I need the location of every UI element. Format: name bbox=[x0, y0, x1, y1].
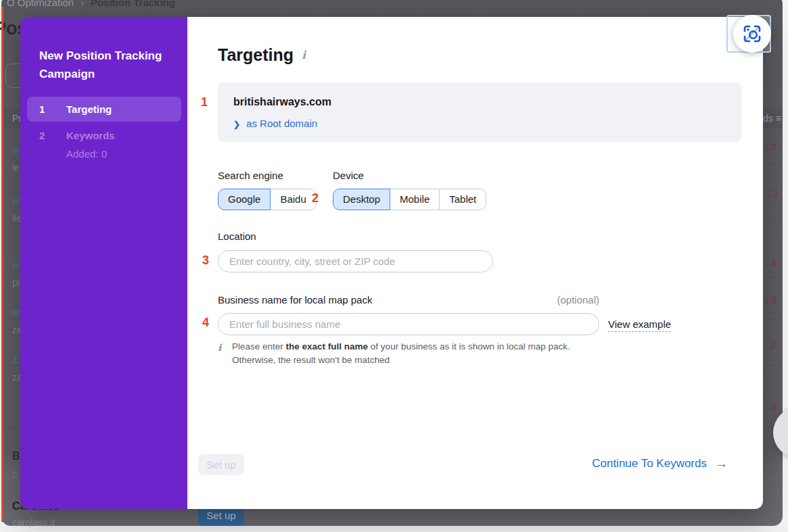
device-toggle: Desktop Mobile Tablet bbox=[333, 189, 486, 210]
business-label-row: Business name for local map pack (option… bbox=[218, 294, 599, 306]
step-targeting[interactable]: 1 Targeting bbox=[27, 97, 181, 122]
rank-change-value: ↓3 bbox=[765, 401, 777, 412]
project-domain: b bbox=[12, 468, 18, 479]
modal-content: Targetingi britishairways.com ❯as Root d… bbox=[187, 17, 763, 509]
new-campaign-modal: New Position Tracking Campaign 1 Targeti… bbox=[20, 17, 763, 509]
row-domain-link: w bbox=[12, 306, 20, 318]
rank-change-value: ↓3 bbox=[765, 294, 777, 306]
screenshot-button[interactable] bbox=[733, 15, 771, 53]
left-accent-line bbox=[1, 7, 3, 522]
row-domain-link: w bbox=[12, 144, 20, 155]
note-text: Please enter the exact full name of your… bbox=[232, 340, 624, 367]
search-engine-baidu[interactable]: Baidu bbox=[270, 189, 316, 210]
device-tablet[interactable]: Tablet bbox=[439, 189, 486, 210]
step-keywords-count: Added: 0 bbox=[66, 148, 107, 160]
modal-title: New Position Tracking Campaign bbox=[39, 47, 175, 83]
breadcrumb-separator-icon: › bbox=[74, 0, 91, 8]
arrow-right-icon: → bbox=[715, 456, 728, 471]
screenshot-capture-icon bbox=[742, 24, 762, 44]
annotation-mark-2: 2 bbox=[312, 191, 319, 205]
breadcrumb-current: Position Tracking bbox=[91, 0, 175, 8]
step-label: Keywords bbox=[66, 130, 115, 141]
breadcrumb-parent: O Optimization bbox=[7, 0, 74, 8]
optional-hint: (optional) bbox=[557, 294, 599, 306]
column-header-right: ds ≡ bbox=[763, 113, 781, 124]
row-subtext: pi bbox=[12, 277, 20, 288]
location-input[interactable] bbox=[218, 250, 493, 272]
targeting-heading: Targetingi bbox=[218, 45, 306, 65]
root-domain-link[interactable]: ❯as Root domain bbox=[233, 118, 317, 129]
screen: O Optimization›Position Tracking Positio… bbox=[0, 0, 788, 532]
step-number: 2 bbox=[39, 130, 45, 141]
breadcrumb: O Optimization›Position Tracking bbox=[7, 0, 175, 9]
business-name-input[interactable] bbox=[218, 313, 599, 335]
device-desktop[interactable]: Desktop bbox=[333, 189, 390, 210]
device-label: Device bbox=[333, 170, 364, 181]
row-subtext: le bbox=[12, 162, 20, 173]
rank-change-value: ↓2 bbox=[765, 339, 777, 350]
annotation-mark-4: 4 bbox=[202, 316, 209, 330]
search-engine-label: Search engine bbox=[218, 170, 283, 181]
device-mobile[interactable]: Mobile bbox=[390, 189, 440, 210]
business-name-label: Business name for local map pack bbox=[218, 294, 372, 306]
step-number: 1 bbox=[39, 97, 45, 122]
view-example-link[interactable]: View example bbox=[608, 318, 671, 332]
rank-change-value: ↓1 bbox=[768, 187, 780, 198]
campaign-domain: britishairways.com bbox=[233, 96, 331, 108]
bottom-strip bbox=[0, 527, 788, 532]
row-domain-link: w bbox=[12, 259, 20, 270]
rank-change-value: ↓3 bbox=[765, 141, 777, 152]
annotation-mark-1: 1 bbox=[201, 95, 208, 110]
row-domain-link: w bbox=[12, 195, 20, 206]
location-label: Location bbox=[218, 231, 256, 242]
annotation-mark-3: 3 bbox=[202, 253, 209, 268]
rank-change-value: ↓4 bbox=[765, 258, 777, 269]
search-engine-google[interactable]: Google bbox=[218, 189, 271, 210]
modal-sidebar: New Position Tracking Campaign 1 Targeti… bbox=[20, 17, 187, 509]
note-info-icon: i bbox=[218, 341, 221, 354]
domain-panel: britishairways.com ❯as Root domain bbox=[218, 82, 741, 142]
sort-icon: ≡ bbox=[776, 113, 781, 124]
chevron-right-icon: ❯ bbox=[233, 120, 240, 129]
setup-button-ghost: Set up bbox=[198, 454, 244, 475]
step-label: Targeting bbox=[66, 97, 112, 122]
continue-to-keywords-button[interactable]: Continue To Keywords → bbox=[592, 456, 728, 471]
project-name: B bbox=[12, 450, 20, 462]
search-engine-toggle: Google Baidu bbox=[218, 189, 317, 210]
business-note: i Please enter the exact full name of yo… bbox=[218, 340, 624, 367]
row-domain-link: Z bbox=[12, 354, 18, 365]
info-icon[interactable]: i bbox=[302, 49, 306, 62]
